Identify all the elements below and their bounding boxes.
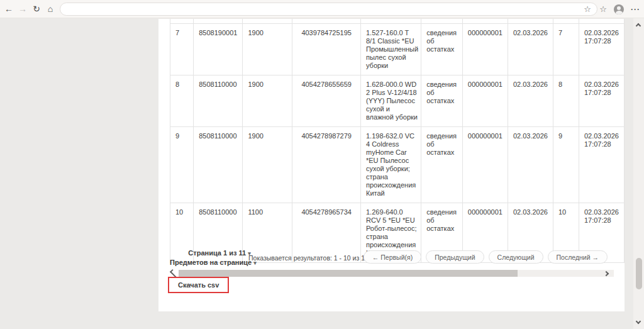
- home-icon[interactable]: ⌂: [43, 4, 57, 13]
- table-cell-ean: 4039784725195: [292, 23, 361, 75]
- bookmark-star-icon[interactable]: ☆: [584, 4, 591, 14]
- table-cell-doc-number: 000000001: [462, 23, 508, 75]
- table-row: 8 8508110000 1900 4054278655659 1.628-00…: [170, 75, 625, 126]
- vertical-scrollbar-thumb[interactable]: [636, 258, 642, 289]
- address-bar[interactable]: ☆: [60, 3, 597, 16]
- table-cell-doc-number: 000000001: [462, 75, 508, 126]
- table-cell-ean: 4054278655659: [292, 75, 361, 126]
- table-cell-index: 7: [170, 23, 194, 75]
- scroll-up-icon[interactable]: [636, 23, 641, 28]
- table-cell: [243, 19, 292, 23]
- profile-avatar[interactable]: [614, 4, 624, 14]
- table-cell-hs-code: 8508110000: [194, 75, 243, 126]
- refresh-icon[interactable]: ↻: [30, 4, 43, 13]
- vertical-scrollbar[interactable]: [633, 18, 644, 329]
- horizontal-scrollbar-track[interactable]: [179, 270, 614, 277]
- table-cell-date: 02.03.2026: [508, 23, 553, 75]
- table-row-partial: [170, 19, 625, 23]
- table-cell-datetime: 02.03.2026 17:07:28: [579, 75, 624, 126]
- results-table: 7 8508190001 1900 4039784725195 1.527-16…: [170, 19, 625, 263]
- table-cell-power: 1900: [243, 23, 292, 75]
- table-cell-info: сведения об остатках: [421, 75, 463, 126]
- per-page-label: Предметов на странице: [170, 259, 252, 266]
- table-cell: [194, 19, 243, 23]
- table-cell-info: сведения об остатках: [421, 126, 463, 203]
- table-cell-power: 1900: [243, 126, 292, 203]
- last-page-button[interactable]: Последний →: [548, 250, 608, 264]
- pagination-bar: Страница 1 из 11 ▾ Предметов на странице…: [170, 249, 614, 268]
- table-cell-index: 9: [170, 126, 194, 203]
- horizontal-scrollbar[interactable]: [170, 269, 614, 277]
- results-table-wrap: 7 8508190001 1900 4039784725195 1.527-16…: [170, 19, 625, 263]
- table-cell: [462, 19, 508, 23]
- first-page-button[interactable]: ← Первый(я): [364, 250, 421, 264]
- toolbar-right-cluster: ☆ ···: [599, 0, 640, 18]
- table-cell-index: 8: [170, 75, 194, 126]
- pagination-buttons: ← Первый(я) Предыдущий Следующий Последн…: [364, 250, 608, 264]
- table-cell-hs-code: 8508190001: [194, 23, 243, 75]
- forward-icon[interactable]: →: [16, 4, 30, 13]
- page-selector-label: Страница 1 из 11: [188, 249, 246, 257]
- download-csv-button[interactable]: Скачать csv: [169, 278, 228, 292]
- table-cell: [579, 19, 624, 23]
- collections-icon[interactable]: ☆: [599, 4, 607, 14]
- browser-menu-icon[interactable]: ···: [631, 5, 640, 14]
- table-cell-datetime: 02.03.2026 17:07:28: [579, 126, 624, 203]
- prev-page-button[interactable]: Предыдущий: [426, 250, 484, 264]
- table-cell: [553, 19, 579, 23]
- content-card: 7 8508190001 1900 4039784725195 1.527-16…: [158, 19, 625, 311]
- table-row: 7 8508190001 1900 4039784725195 1.527-16…: [170, 23, 625, 75]
- table-cell: [421, 19, 463, 23]
- table-cell-description: 1.628-000.0 WD 2 Plus V-12/4/18 (YYY) Пы…: [361, 75, 421, 126]
- browser-window: ← → ↻ ⌂ ☆ ☆ ···: [0, 0, 644, 329]
- table-cell: [170, 19, 194, 23]
- horizontal-scrollbar-thumb[interactable]: [179, 270, 518, 277]
- table-cell: [361, 19, 421, 23]
- table-row: 9 8508110000 1900 4054278987279 1.198-63…: [170, 126, 625, 203]
- table-cell-date: 02.03.2026: [508, 75, 553, 126]
- annotation-highlight-box: Скачать csv: [168, 277, 229, 293]
- table-cell-index2: 8: [553, 75, 579, 126]
- back-icon[interactable]: ←: [2, 4, 16, 13]
- table-cell-date: 02.03.2026: [508, 126, 553, 203]
- scroll-down-icon[interactable]: [636, 319, 641, 324]
- next-page-button[interactable]: Следующий: [489, 250, 543, 264]
- table-cell-doc-number: 000000001: [462, 126, 508, 203]
- table-cell-description: 1.198-632.0 VC 4 Coldress myHome Car *EU…: [361, 126, 421, 203]
- scroll-right-icon[interactable]: [604, 270, 609, 276]
- table-cell-description: 1.527-160.0 T 8/1 Classic *EU Промышленн…: [361, 23, 421, 75]
- table-cell-hs-code: 8508110000: [194, 126, 243, 203]
- table-cell-datetime: 02.03.2026 17:07:28: [579, 23, 624, 75]
- browser-toolbar: ← → ↻ ⌂ ☆ ☆ ···: [0, 0, 644, 18]
- table-cell: [292, 19, 361, 23]
- table-cell-index2: 7: [553, 23, 579, 75]
- table-cell-index2: 9: [553, 126, 579, 203]
- table-cell: [508, 19, 553, 23]
- table-cell-ean: 4054278987279: [292, 126, 361, 203]
- table-cell-info: сведения об остатках: [421, 23, 463, 75]
- table-cell-power: 1900: [243, 75, 292, 126]
